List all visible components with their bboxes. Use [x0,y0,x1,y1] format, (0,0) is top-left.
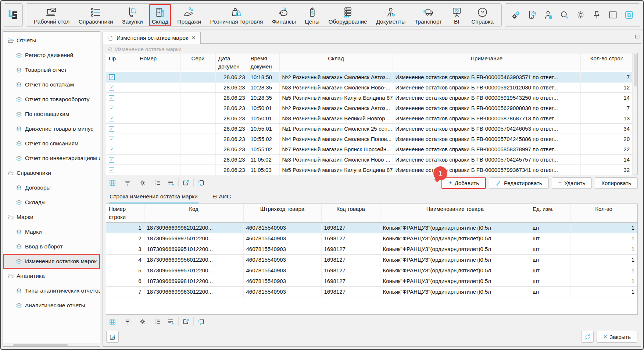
collapse-group-icon[interactable] [108,47,113,52]
checkbox[interactable]: ✓ [109,106,114,111]
sidebar-item-marki[interactable]: Марки [3,225,100,239]
table-row[interactable]: ✓28.06.2310:55:02№7 Розничный магазин Бр… [106,144,633,154]
sidebar-item-dvizhenie-tovara-v-minus[interactable]: Движение товара в минус [3,121,100,136]
column-header-code[interactable]: Код [144,204,243,222]
menu-item-oborudovanie[interactable]: Оборудование [326,4,370,26]
sidebar-item-dogovory[interactable]: Договоры [3,180,100,195]
upper-table-vscrollbar-thumb[interactable] [634,54,637,86]
column-header-time[interactable]: Время докумен [248,53,279,72]
checkbox[interactable]: ✓ [109,126,114,132]
sidebar-item-otchet-po-ostatkam[interactable]: Отчет по остаткам [3,77,100,92]
table-row[interactable]: ✓28.06.2310:50:01№2 Розничный магазин См… [106,103,633,113]
sidebar-item-otchet-po-spisaniyam[interactable]: Отчет по списаниям [3,136,100,151]
delete-button[interactable]: − Удалить [552,177,592,189]
sidebar-item-analiticheskie-otchety[interactable]: Аналитические отчеты [3,298,100,313]
menu-item-prodazhi[interactable]: Продажи [175,4,204,26]
column-header-warehouse[interactable]: Склад [279,53,393,72]
gear-icon[interactable] [136,178,149,188]
column-header-qty[interactable]: Кол-во [570,204,637,222]
checkbox[interactable]: ✓ [109,167,114,173]
sidebar-item-izmeneniya-ostatkov-marok[interactable]: Изменения остатков марок [3,254,100,269]
edit-button[interactable]: Редактировать [489,177,549,189]
reload-icon[interactable] [194,317,208,326]
open-external-icon[interactable] [179,317,193,326]
sidebar-group-marki[interactable]: Марки [3,210,100,225]
refresh-button[interactable] [581,331,594,343]
filter-icon[interactable] [121,178,134,188]
brightness-icon[interactable] [576,10,586,20]
column-header-product_name[interactable]: Наименование товара [380,204,530,222]
menu-item-zakupki[interactable]: Закупки [119,4,146,26]
menu-item-spravochniki[interactable]: Справочники [76,4,116,26]
menu-item-transport[interactable]: Транспорт [412,4,445,26]
table-row[interactable]: 318730966699951012200...4607815540903169… [106,244,637,254]
chat-phone-icon[interactable] [527,10,537,20]
column-header-line_no[interactable]: Номер строки [106,204,144,222]
table-row[interactable]: 118730966699982012200...4607815540903169… [106,222,637,233]
table-row[interactable]: ✓28.06.2310:55:02№4 Розничный магазин См… [106,134,633,144]
menu-item-sklad[interactable]: Склад [149,4,171,26]
table-row[interactable]: ✓28.06.2310:18:58№2 Розничный магазин См… [106,72,633,82]
column-header-note[interactable]: Примечание [393,53,581,72]
sidebar-item-otchet-po-tovarooborotu[interactable]: Отчет по товарообороту [3,92,100,107]
sidebar-group-analitika[interactable]: Аналитика [3,269,100,283]
column-header-date[interactable]: Дата докумен [215,53,248,72]
sidebar-group-spravochniki[interactable]: Справочники [3,166,100,180]
tab-close-icon[interactable]: × [192,35,196,41]
edit-note-button[interactable] [106,331,119,343]
collapse-panel-icon[interactable] [634,34,640,39]
checkbox[interactable]: ✓ [109,116,114,121]
column-header-product_code[interactable]: Код товара [321,204,380,222]
gear-icon[interactable] [136,317,149,326]
table-row[interactable]: 418730966699956012200...4607815540903169… [106,254,637,265]
table-row[interactable]: 218730966699975012200...4607815540903169… [106,233,637,244]
app-logo[interactable] [4,3,23,27]
reload-icon[interactable] [194,178,208,188]
menu-item-finansy[interactable]: Финансы [269,4,298,26]
numbered-list-icon[interactable]: 12 [151,317,164,326]
checkbox[interactable]: ✓ [109,74,115,80]
table-grid-icon[interactable] [106,178,119,188]
menu-item-rabochiy-stol[interactable]: Рабочий стол [31,4,72,26]
add-button[interactable]: 1 + Добавить [441,177,486,189]
column-header-unit[interactable]: Ед. изм. [530,204,570,222]
sidebar-hscrollbar[interactable] [3,343,100,346]
sidebar-item-vvod-v-oborot[interactable]: Ввод в оборот [3,239,100,254]
sidebar-item-otchet-po-inventarizatsiyam[interactable]: Отчет по инвентаризациям и [3,151,100,166]
filter-icon[interactable] [121,317,134,326]
settings-gears-icon[interactable] [511,10,521,20]
menu-item-roznichnaya-torgovlya[interactable]: Розничная торговля [208,4,266,26]
pin-icon[interactable] [592,10,602,20]
sidebar-item-tovarnyy-otchet[interactable]: Товарный отчет [3,63,100,77]
table-row[interactable]: ✓28.06.2310:50:01№8 Розничный магазин Ве… [106,113,633,123]
column-header-number[interactable]: Номер [116,53,180,72]
column-header-barcode[interactable]: Штрихкод товара [243,204,321,222]
sidebar-hscrollbar-thumb[interactable] [13,344,68,346]
sidebar-item-tipy-analiticheskikh-otchetov[interactable]: Типы аналитических отчетов [3,283,100,298]
sidebar-item-po-postavshchikam[interactable]: По поставщикам [3,107,100,121]
column-header-lines_count[interactable]: Кол-во строк [581,53,633,72]
copy-button[interactable]: Копировать [595,177,638,189]
numbered-list-icon[interactable]: 12 [151,178,164,188]
checkbox[interactable]: ✓ [109,137,114,142]
close-button[interactable]: × Закрыть [597,331,637,343]
split-view-icon[interactable] [608,10,618,20]
table-row[interactable]: ✓28.06.2311:05:02№3 Розничный магазин См… [106,154,633,165]
column-header-series[interactable]: Сери [180,53,215,72]
search-icon[interactable] [559,10,569,20]
table-row[interactable]: ✓28.06.2310:28:35№3 Розничный магазин См… [106,82,633,92]
open-external-icon[interactable] [179,178,193,188]
table-row[interactable]: ✓28.06.2310:55:01№1 Розничный магазин См… [106,123,633,134]
table-row[interactable]: ✓28.06.2310:28:35№5 Розничный магазин Ка… [106,92,633,103]
table-row[interactable]: 518730966699957012200...4607815540903169… [106,265,637,276]
menu-item-tseny[interactable]: $Цены [302,4,322,26]
checkbox[interactable]: ✓ [109,95,114,101]
menu-item-bi[interactable]: BI [448,4,465,26]
sidebar-item-registr-dvizheniy[interactable]: Регистр движений [3,48,100,63]
table-grid-icon[interactable] [106,317,119,326]
upper-table-vscrollbar[interactable] [633,53,637,174]
tab-izmeneniya-ostatkov-marok[interactable]: Изменения остатков марок × [103,32,201,44]
table-row[interactable]: ✓28.06.2311:05:03№5 Розничный магазин Ка… [106,165,633,175]
sidebar-group-otchety[interactable]: Отчеты [3,33,100,48]
menu-item-dokumenty[interactable]: Документы [373,4,408,26]
